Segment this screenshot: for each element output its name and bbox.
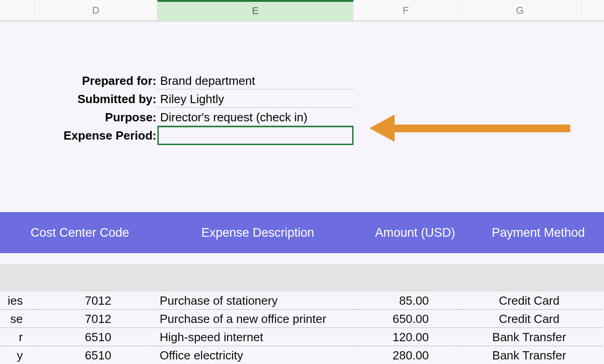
cell-category[interactable]: ies	[0, 291, 36, 310]
header-description: Expense Description	[160, 226, 356, 240]
expense-table-body: ies7012Purchase of stationery85.00Credit…	[0, 291, 604, 364]
cell-amount[interactable]: 280.00	[356, 346, 456, 364]
cell-payment-method[interactable]: Bank Transfer	[456, 346, 602, 364]
cell-cost-center-code[interactable]: 6510	[36, 346, 160, 364]
cell-amount[interactable]: 85.00	[356, 291, 456, 310]
column-header-G[interactable]: G	[458, 0, 582, 21]
table-section-band	[0, 264, 604, 291]
purpose-value[interactable]: Director's request (check in)	[157, 109, 354, 126]
spreadsheet-view: DEFG Prepared for: Brand department Subm…	[0, 0, 604, 364]
svg-rect-1	[392, 125, 570, 132]
annotation-arrow-left-icon	[370, 112, 570, 144]
cell-cost-center-code[interactable]: 6510	[36, 328, 160, 346]
cell-payment-method[interactable]: Credit Card	[456, 291, 602, 310]
form-row-expense-period: Expense Period:	[0, 126, 354, 145]
expense-period-label: Expense Period:	[0, 129, 157, 143]
purpose-label: Purpose:	[0, 110, 157, 125]
cell-amount[interactable]: 120.00	[356, 328, 456, 346]
cell-description[interactable]: Office electricity	[160, 346, 356, 364]
form-row-purpose: Purpose: Director's request (check in)	[0, 108, 354, 126]
submitted-by-value[interactable]: Riley Lightly	[157, 90, 354, 108]
form-block: Prepared for: Brand department Submitted…	[0, 72, 354, 145]
cell-description[interactable]: Purchase of a new office printer	[160, 310, 356, 328]
table-row: r6510High-speed internet120.00Bank Trans…	[0, 328, 604, 346]
header-cost-center: Cost Center Code	[0, 226, 160, 240]
column-header-E[interactable]: E	[157, 0, 354, 21]
expense-period-value[interactable]	[157, 126, 354, 145]
header-amount: Amount (USD)	[356, 226, 474, 240]
cell-description[interactable]: High-speed internet	[160, 328, 356, 346]
cell-payment-method[interactable]: Credit Card	[456, 310, 602, 328]
submitted-by-label: Submitted by:	[0, 92, 157, 106]
cell-category[interactable]: r	[0, 328, 36, 346]
document-body: Prepared for: Brand department Submitted…	[0, 21, 604, 364]
cell-cost-center-code[interactable]: 7012	[36, 291, 160, 310]
form-row-submitted-by: Submitted by: Riley Lightly	[0, 90, 354, 108]
cell-description[interactable]: Purchase of stationery	[160, 291, 356, 310]
form-row-prepared-for: Prepared for: Brand department	[0, 72, 354, 90]
cell-payment-method[interactable]: Bank Transfer	[456, 328, 602, 346]
cell-category[interactable]: y	[0, 346, 36, 364]
expense-table-header: Cost Center Code Expense Description Amo…	[0, 212, 604, 253]
table-row: se7012Purchase of a new office printer65…	[0, 310, 604, 328]
prepared-for-label: Prepared for:	[0, 74, 157, 88]
svg-marker-0	[370, 114, 395, 142]
cell-category[interactable]: se	[0, 310, 36, 328]
table-row: ies7012Purchase of stationery85.00Credit…	[0, 291, 604, 310]
cell-cost-center-code[interactable]: 7012	[36, 310, 160, 328]
table-row: y6510Office electricity280.00Bank Transf…	[0, 346, 604, 364]
cell-amount[interactable]: 650.00	[356, 310, 456, 328]
prepared-for-value[interactable]: Brand department	[157, 72, 354, 89]
column-header-F[interactable]: F	[354, 0, 458, 21]
column-header-D[interactable]: D	[34, 0, 157, 21]
column-header-row: DEFG	[0, 0, 604, 21]
header-payment: Payment Method	[474, 226, 602, 240]
